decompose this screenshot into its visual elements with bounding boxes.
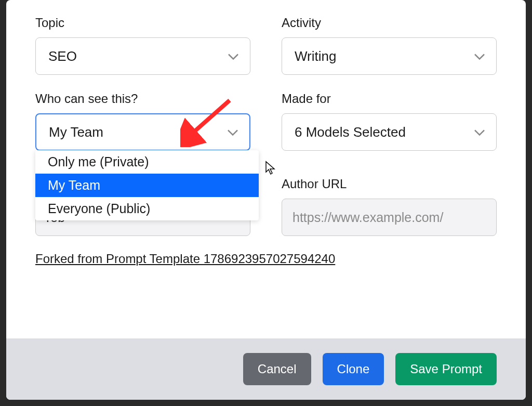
- chevron-down-icon: [473, 48, 486, 64]
- clone-button[interactable]: Clone: [323, 353, 384, 385]
- madefor-value: 6 Models Selected: [295, 124, 406, 140]
- topic-select[interactable]: SEO: [35, 37, 250, 75]
- visibility-select[interactable]: My Team: [35, 113, 250, 151]
- form-row-1: Topic SEO Activity Writing: [35, 16, 497, 75]
- authorurl-column: Author URL: [282, 177, 497, 236]
- madefor-column: Made for 6 Models Selected: [282, 91, 497, 151]
- authorurl-label: Author URL: [282, 177, 497, 191]
- authorurl-input[interactable]: [282, 199, 497, 236]
- cancel-button[interactable]: Cancel: [243, 353, 311, 385]
- visibility-dropdown: Only me (Private) My Team Everyone (Publ…: [35, 150, 259, 220]
- form-row-2: Who can see this? My Team Only me (Priva…: [35, 91, 497, 151]
- visibility-column: Who can see this? My Team Only me (Priva…: [35, 91, 250, 151]
- madefor-label: Made for: [282, 91, 497, 106]
- visibility-option-private[interactable]: Only me (Private): [35, 150, 259, 174]
- prompt-settings-modal: Topic SEO Activity Writing: [6, 0, 526, 400]
- visibility-option-public[interactable]: Everyone (Public): [35, 197, 259, 220]
- chevron-down-icon: [227, 48, 240, 64]
- cursor-icon: [265, 161, 276, 177]
- modal-footer: Cancel Clone Save Prompt: [6, 338, 526, 400]
- activity-value: Writing: [295, 48, 336, 64]
- visibility-option-team[interactable]: My Team: [35, 174, 259, 197]
- topic-column: Topic SEO: [35, 16, 250, 75]
- forked-from-link[interactable]: Forked from Prompt Template 178692395702…: [35, 252, 497, 266]
- chevron-down-icon: [473, 124, 486, 140]
- topic-label: Topic: [35, 16, 250, 30]
- visibility-value: My Team: [49, 124, 103, 140]
- madefor-select[interactable]: 6 Models Selected: [282, 113, 497, 151]
- activity-select[interactable]: Writing: [282, 37, 497, 75]
- save-prompt-button[interactable]: Save Prompt: [395, 353, 497, 385]
- visibility-label: Who can see this?: [35, 91, 250, 106]
- topic-value: SEO: [48, 48, 77, 64]
- activity-label: Activity: [282, 16, 497, 30]
- chevron-down-icon: [227, 124, 239, 140]
- modal-body: Topic SEO Activity Writing: [6, 0, 526, 338]
- activity-column: Activity Writing: [282, 16, 497, 75]
